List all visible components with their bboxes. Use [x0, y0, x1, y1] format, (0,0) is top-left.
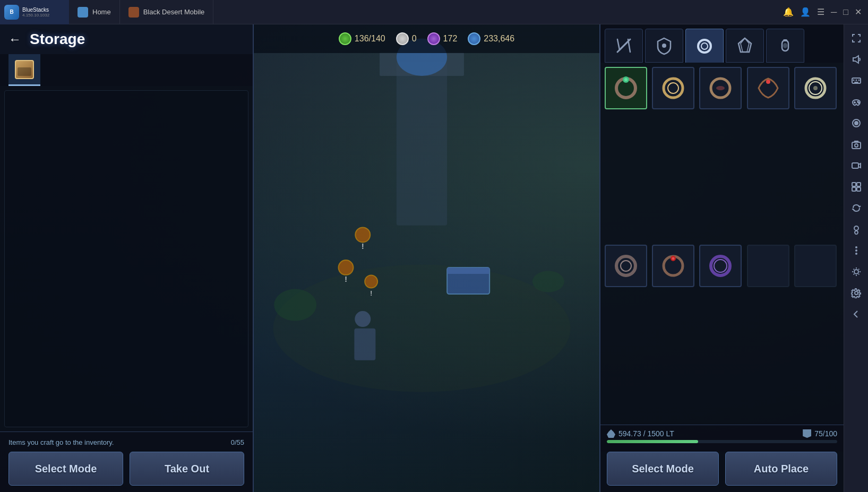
- moon-display: 0: [396, 32, 417, 45]
- weight-bar-container: 594.73 / 1500 LT 75/100: [600, 425, 844, 452]
- storage-tab-chest[interactable]: [8, 54, 40, 86]
- svg-line-76: [858, 274, 859, 274]
- fullscreen-icon[interactable]: [847, 29, 866, 48]
- svg-rect-14: [354, 329, 375, 360]
- svg-point-21: [698, 40, 711, 53]
- svg-point-40: [621, 261, 631, 271]
- cat-tab-gems[interactable]: [726, 29, 764, 63]
- macro-icon[interactable]: [847, 114, 866, 133]
- craft-info-text: Items you craft go to the inventory.: [8, 438, 114, 446]
- more-options-icon[interactable]: [847, 241, 866, 260]
- item-slot-9[interactable]: [747, 245, 789, 287]
- svg-line-78: [853, 274, 854, 274]
- gallery-icon[interactable]: [847, 177, 866, 196]
- svg-rect-58: [852, 142, 861, 149]
- account-icon[interactable]: 👤: [800, 7, 811, 17]
- back-button[interactable]: ←: [8, 32, 21, 47]
- close-icon[interactable]: ✕: [855, 7, 862, 17]
- item-slot-3[interactable]: [699, 67, 742, 109]
- svg-point-39: [616, 256, 635, 275]
- item-slot-5[interactable]: [794, 67, 837, 109]
- select-mode-button-right[interactable]: Select Mode: [607, 452, 719, 486]
- ring-item-7: [658, 251, 688, 281]
- weight-icon: [607, 429, 615, 438]
- weight-fill: [607, 440, 698, 443]
- svg-point-27: [783, 43, 787, 48]
- chest-icon: [15, 60, 34, 79]
- svg-point-34: [716, 86, 725, 90]
- cat-tab-armor[interactable]: [645, 29, 683, 63]
- gamepad-icon[interactable]: [847, 92, 866, 111]
- item-slot-6[interactable]: [605, 245, 647, 287]
- category-tabs: [600, 24, 844, 63]
- svg-point-69: [855, 253, 857, 255]
- consumables-icon: [776, 36, 795, 55]
- video-icon[interactable]: [847, 156, 866, 175]
- keyboard-icon[interactable]: [847, 71, 866, 90]
- weight-bar: [607, 440, 837, 443]
- svg-line-75: [853, 269, 854, 270]
- back-nav-icon[interactable]: [847, 305, 866, 324]
- top-hud: 136/140 0 172 233,646: [254, 24, 599, 53]
- sync-icon[interactable]: [847, 198, 866, 218]
- topbar-menu-icon[interactable]: ☰: [817, 7, 824, 17]
- ring-item-5: [801, 73, 830, 103]
- moon-value: 0: [412, 34, 417, 44]
- tab-game[interactable]: Black Desert Mobile: [120, 0, 214, 24]
- svg-line-17: [620, 41, 628, 50]
- storage-footer-buttons: Select Mode Take Out: [8, 452, 244, 486]
- storage-title: Storage: [30, 31, 85, 48]
- auto-place-button[interactable]: Auto Place: [725, 452, 837, 486]
- ring-item-2: [658, 73, 688, 103]
- item-slot-10[interactable]: [794, 245, 837, 287]
- craft-count: 0/55: [231, 438, 244, 446]
- cat-tab-weapons[interactable]: [605, 29, 643, 63]
- cat-tab-consumables[interactable]: [766, 29, 804, 63]
- maximize-icon[interactable]: □: [843, 7, 848, 17]
- storage-footer: Items you craft go to the inventory. 0/5…: [0, 431, 253, 492]
- cat-tab-accessories[interactable]: [685, 29, 724, 63]
- storage-content: [0, 86, 253, 431]
- item-slot-7[interactable]: [652, 245, 694, 287]
- svg-text:!: !: [345, 275, 347, 283]
- svg-point-45: [714, 260, 727, 272]
- crystal-value: 172: [443, 34, 458, 44]
- energy-value: 136/140: [355, 34, 385, 44]
- minimize-icon[interactable]: ─: [831, 7, 837, 17]
- map-pin-icon[interactable]: [847, 220, 866, 239]
- take-out-button[interactable]: Take Out: [130, 452, 244, 486]
- svg-line-77: [858, 269, 859, 270]
- notification-icon[interactable]: 🔔: [783, 7, 794, 17]
- item-slot-4[interactable]: [747, 67, 789, 109]
- svg-point-35: [766, 80, 770, 84]
- light-icon[interactable]: [847, 262, 866, 281]
- item-slot-2[interactable]: [652, 67, 694, 109]
- gems-icon: [735, 36, 754, 55]
- item-slot-1[interactable]: [605, 67, 647, 109]
- bs-logo-text: BlueStacks: [22, 7, 49, 13]
- select-mode-button-left[interactable]: Select Mode: [8, 452, 123, 486]
- storage-tabs: [0, 54, 253, 86]
- ring-item-3: [706, 73, 735, 103]
- ring-category-icon: [695, 37, 714, 56]
- volume-icon[interactable]: [847, 50, 866, 69]
- settings-icon[interactable]: [847, 283, 866, 303]
- game-tab-icon: [128, 7, 139, 18]
- svg-rect-63: [857, 183, 861, 186]
- svg-text:!: !: [362, 242, 364, 251]
- svg-point-70: [854, 270, 858, 274]
- bs-logo-icon: B: [4, 5, 19, 20]
- svg-rect-62: [852, 183, 856, 186]
- item-slot-8[interactable]: [699, 245, 742, 287]
- svg-point-10: [355, 227, 370, 242]
- svg-point-32: [668, 83, 678, 93]
- ring-item-1: [611, 73, 641, 103]
- item-grid: [600, 63, 844, 425]
- camera-icon[interactable]: [847, 135, 866, 154]
- coin-display: 233,646: [468, 32, 514, 45]
- svg-line-19: [617, 39, 620, 50]
- ring-item-8: [706, 251, 735, 281]
- svg-point-22: [701, 43, 708, 49]
- energy-icon: [339, 32, 351, 45]
- tab-home[interactable]: Home: [69, 0, 120, 24]
